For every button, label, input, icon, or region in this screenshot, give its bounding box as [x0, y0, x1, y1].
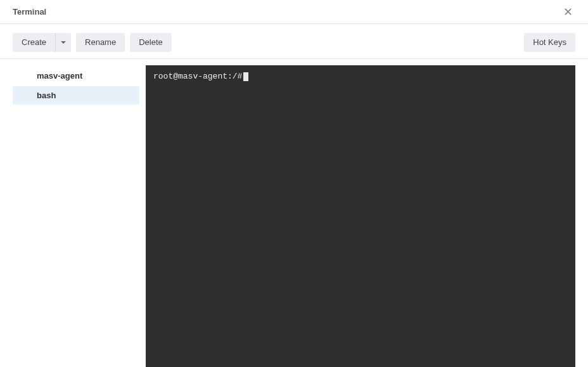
close-icon[interactable]: ✕: [561, 5, 575, 19]
terminal-output[interactable]: root@masv-agent:/#: [146, 65, 575, 367]
toolbar: Create Rename Delete Hot Keys: [0, 24, 588, 59]
caret-down-icon: [61, 41, 66, 44]
terminal-prompt-line: root@masv-agent:/#: [153, 70, 568, 83]
session-item-bash[interactable]: bash: [13, 86, 139, 105]
hotkeys-button[interactable]: Hot Keys: [524, 33, 575, 52]
terminal-prompt: root@masv-agent:/#: [153, 72, 242, 81]
session-sidebar: masv-agent bash: [13, 65, 139, 367]
toolbar-left: Create Rename Delete: [13, 33, 172, 52]
session-item-masv-agent[interactable]: masv-agent: [13, 67, 139, 85]
rename-button[interactable]: Rename: [76, 33, 125, 52]
create-button-group: Create: [13, 33, 71, 52]
content: masv-agent bash root@masv-agent:/#: [0, 59, 588, 367]
header: Terminal ✕: [0, 0, 588, 24]
delete-button[interactable]: Delete: [130, 33, 172, 52]
create-button[interactable]: Create: [13, 33, 55, 52]
create-dropdown-button[interactable]: [55, 33, 71, 52]
toolbar-right: Hot Keys: [524, 33, 575, 52]
terminal-cursor: [243, 72, 248, 81]
header-title: Terminal: [13, 7, 46, 16]
